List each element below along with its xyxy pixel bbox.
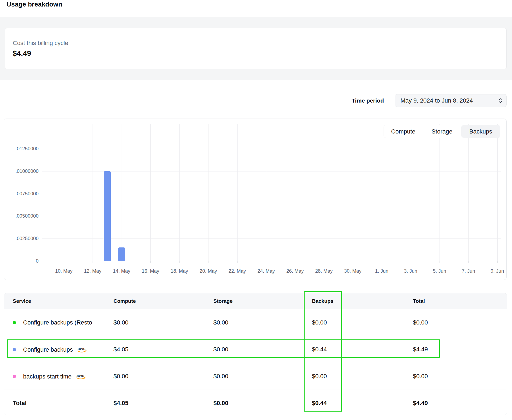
axis-tick [382,261,382,263]
compute-cost-cell: $0.00 [113,373,128,380]
col-header-backups: Backups [312,298,333,304]
col-header-storage: Storage [213,298,233,304]
service-name: backups start time [23,373,72,380]
compute-cost-cell: $0.00 [113,319,128,326]
y-tick-label: .01250000 [7,146,39,152]
y-tick-label: .00750000 [7,191,39,197]
x-tick-label: 5. Jun [426,268,453,274]
x-tick-label: 14. May [109,268,135,274]
x-tick-label: 1. Jun [369,268,395,274]
axis-tick [208,261,208,263]
gridline [42,216,501,216]
chevron-updown-icon [498,97,502,104]
backups-total-cell: $0.44 [312,400,327,407]
backups-cost-cell: $0.44 [312,346,327,353]
gridline [179,124,180,261]
x-tick-label: 9. Jun [484,268,510,274]
table-row: backups start time aws $0.00 $0.00 $0.00… [4,363,507,390]
y-tick-label: .00250000 [7,236,39,241]
gridline [122,124,122,261]
x-tick-label: 28. May [311,268,337,274]
service-name: Configure backups (Resto [23,319,92,326]
axis-tick [468,261,469,263]
axis-tick [237,261,238,263]
gridline [42,261,501,261]
storage-cost-cell: $0.00 [213,346,228,353]
table-total-row: Total $4.05 $0.00 $0.44 $4.49 [4,390,507,415]
service-name: Configure backups [23,346,73,353]
usage-bar-chart: 10. May12. May14. May16. May18. May20. M… [4,119,506,280]
gridline [42,149,501,149]
axis-tick [440,261,440,263]
svg-text:aws: aws [78,346,86,351]
gridline [468,124,469,261]
gridline [93,124,93,261]
gridline [266,124,266,261]
axis-tick [295,261,295,263]
gridline [497,124,498,261]
axis-tick [266,261,266,263]
y-tick-label: .01000000 [7,168,39,174]
cost-card-value: $4.49 [13,49,506,58]
x-tick-label: 26. May [282,268,308,274]
axis-tick [411,261,411,263]
x-tick-label: 12. May [80,268,106,274]
axis-tick [497,261,498,263]
cost-card-label: Cost this billing cycle [13,40,506,47]
gridline [440,124,440,261]
gridline [237,124,238,261]
cost-summary-band: Cost this billing cycle $4.49 [0,17,512,80]
x-tick-label: 16. May [137,268,163,274]
tab-storage[interactable]: Storage [423,125,462,138]
total-cost-cell: $0.00 [413,373,428,380]
table-row: Configure backups aws $4.05 $0.00 $0.44 … [4,336,507,363]
usage-table: Service Compute Storage Backups Total Co… [4,293,507,415]
gridline [295,124,295,261]
y-tick-label: 0 [7,258,39,264]
backups-cost-cell: $0.00 [312,319,327,326]
axis-tick [353,261,353,263]
x-tick-label: 7. Jun [455,268,481,274]
y-tick-label: .00500000 [7,213,39,219]
gridline [42,171,501,171]
storage-cost-cell: $0.00 [213,373,228,380]
compute-cost-cell: $4.05 [113,346,128,353]
storage-total-cell: $0.00 [213,400,228,407]
axis-tick [122,261,122,263]
backups-cost-cell: $0.00 [312,373,327,380]
time-period-label: Time period [352,97,384,104]
gridline [208,124,208,261]
compute-total-cell: $4.05 [113,400,128,407]
x-tick-label: 30. May [340,268,366,274]
col-header-total: Total [413,298,425,304]
gridline [42,194,501,194]
col-header-compute: Compute [113,298,136,304]
gridline [64,124,64,261]
gridline [150,124,151,261]
x-tick-label: 18. May [166,268,192,274]
svg-text:aws: aws [76,373,84,378]
axis-tick [324,261,324,263]
axis-tick [64,261,64,263]
gridline [324,124,324,261]
billing-usage-page: Usage breakdown Cost this billing cycle … [0,0,512,420]
chart-bar [118,247,125,261]
x-tick-label: 24. May [253,268,279,274]
x-tick-label: 20. May [195,268,221,274]
tab-compute[interactable]: Compute [384,125,423,138]
axis-tick [150,261,151,263]
x-tick-label: 22. May [224,268,250,274]
gridline [382,124,382,261]
gridline [353,124,353,261]
chart-series-tabs: Compute Storage Backups [384,125,500,138]
series-color-dot [13,321,16,324]
x-tick-label: 10. May [51,268,77,274]
axis-tick [179,261,180,263]
axis-tick [93,261,93,263]
usage-chart-card: 10. May12. May14. May16. May18. May20. M… [4,119,507,280]
page-title: Usage breakdown [7,1,62,8]
cost-card: Cost this billing cycle $4.49 [5,28,507,69]
time-period-select[interactable]: May 9, 2024 to Jun 8, 2024 [395,94,507,107]
tab-backups[interactable]: Backups [461,125,500,138]
time-period-value: May 9, 2024 to Jun 8, 2024 [400,97,473,104]
